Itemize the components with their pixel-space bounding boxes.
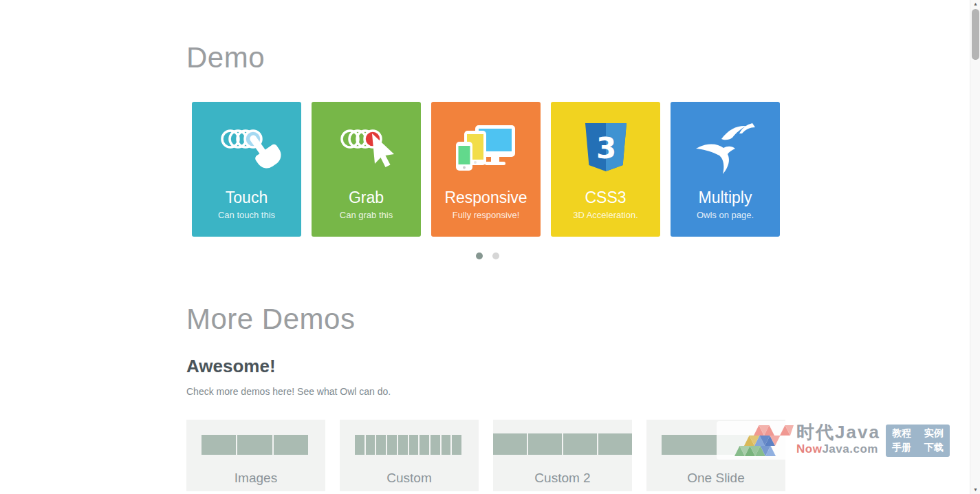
carousel-slide-multiply[interactable]: Multiply Owls on page.: [671, 102, 780, 237]
scrollbar-down-arrow-icon[interactable]: ▼: [970, 486, 980, 493]
demo-card-images[interactable]: Images: [186, 420, 325, 491]
link-tutorials[interactable]: 教程: [892, 427, 911, 440]
nowjava-watermark: 时代Java NowJava.com 教程 实例 手册 下载: [717, 421, 952, 460]
nowjava-brand: 时代Java NowJava.com: [796, 422, 880, 456]
css3-icon: 3: [574, 120, 638, 183]
slide-title: Touch: [192, 189, 301, 207]
slide-subtitle: Can touch this: [192, 210, 301, 220]
awesome-subtext: Check more demos here! See what Owl can …: [186, 386, 391, 397]
demo-card-label: Images: [186, 471, 325, 486]
link-manual[interactable]: 手册: [892, 442, 911, 454]
multiply-icon: [694, 120, 757, 183]
demo-card-custom[interactable]: Custom: [340, 420, 479, 491]
scrollbar-up-arrow-icon[interactable]: ▲: [970, 1, 980, 8]
carousel-dots: [472, 250, 503, 262]
responsive-icon: [455, 120, 518, 183]
slide-subtitle: Owls on page.: [671, 210, 780, 220]
carousel-slide-grab[interactable]: Grab Can grab this: [312, 102, 421, 237]
carousel-dot-1[interactable]: [476, 253, 483, 259]
slide-subtitle: Fully responsive!: [431, 210, 541, 220]
brand-en-text: NowJava.com: [796, 442, 880, 456]
custom-preview: [355, 435, 461, 455]
touch-icon: [215, 120, 279, 183]
slide-title: Multiply: [671, 189, 780, 207]
svg-text:3: 3: [596, 131, 616, 165]
demo-section-title: Demo: [186, 41, 265, 74]
nowjava-links-box: 教程 实例 手册 下载: [886, 425, 950, 457]
demo-card-label: Custom: [340, 471, 479, 486]
carousel-slide-responsive[interactable]: Responsive Fully responsive!: [431, 102, 541, 237]
demo-card-label: Custom 2: [493, 471, 632, 486]
nowjava-logo-icon: [723, 425, 794, 457]
slide-title: Grab: [312, 189, 421, 207]
brand-en-prefix: Now: [796, 442, 822, 455]
slide-subtitle: 3D Acceleration.: [551, 210, 660, 220]
slide-title: Responsive: [431, 189, 541, 207]
carousel-slide-touch[interactable]: Touch Can touch this: [192, 102, 301, 237]
link-examples[interactable]: 实例: [924, 427, 944, 440]
images-preview: [202, 435, 308, 455]
slide-title: CSS3: [551, 189, 660, 207]
awesome-heading: Awesome!: [186, 356, 276, 377]
demo-card-custom-2[interactable]: Custom 2: [493, 420, 632, 491]
slide-subtitle: Can grab this: [312, 210, 421, 220]
carousel-dot-2[interactable]: [492, 253, 499, 259]
grab-icon: [335, 120, 398, 183]
more-demos-section-title: More Demos: [186, 303, 355, 336]
brand-cn-text: 时代Java: [796, 422, 880, 442]
brand-en-suffix: Java.com: [822, 442, 878, 455]
link-download[interactable]: 下载: [924, 442, 944, 454]
carousel-slide-css3[interactable]: 3 CSS3 3D Acceleration.: [551, 102, 660, 237]
custom-2-preview: [493, 433, 632, 455]
scrollbar-thumb[interactable]: [972, 9, 979, 60]
demo-card-label: One Slide: [646, 471, 785, 486]
vertical-scrollbar[interactable]: ▲ ▼: [970, 0, 980, 494]
